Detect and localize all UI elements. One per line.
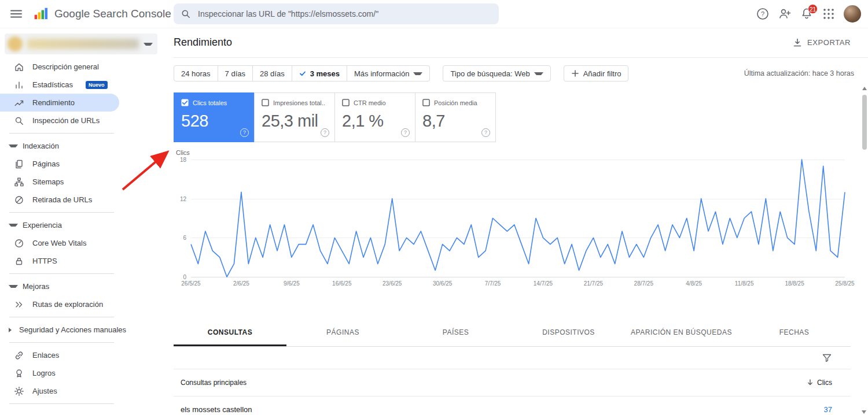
sidebar-section-seguridad[interactable]: Seguridad y Acciones manuales	[0, 321, 119, 339]
sidebar-item-rendimiento[interactable]: Rendimiento	[0, 94, 119, 112]
chevron-down-icon	[9, 224, 18, 227]
range-28d-button[interactable]: 28 días	[252, 65, 292, 81]
sidebar-item-retirada-urls[interactable]: Retirada de URLs	[0, 191, 119, 209]
metric-card-avg-position[interactable]: Posición media 8,7 ?	[415, 92, 496, 142]
sidebar-item-estadisticas[interactable]: Estadísticas Nuevo	[0, 76, 119, 94]
avatar[interactable]	[844, 5, 861, 23]
x-tick-label: 30/6/25	[433, 280, 452, 287]
gridline-baseline	[191, 277, 845, 277]
x-tick-label: 28/7/25	[634, 280, 653, 287]
x-tick-label: 21/7/25	[584, 280, 603, 287]
property-selector[interactable]	[5, 34, 157, 54]
add-user-icon[interactable]	[778, 7, 792, 21]
divider	[9, 273, 114, 274]
help-icon[interactable]: ?	[481, 128, 490, 137]
chevron-down-icon	[413, 72, 422, 75]
scroll-down-arrow[interactable]	[862, 410, 866, 414]
divider	[9, 212, 114, 213]
tab-dispositivos[interactable]: DISPOSITIVOS	[512, 318, 625, 346]
download-icon	[792, 38, 803, 48]
sidebar-section-mejoras[interactable]: Mejoras	[0, 277, 119, 295]
tab-fechas[interactable]: FECHAS	[738, 318, 851, 346]
more-info-button[interactable]: Más información	[347, 65, 430, 81]
range-24h-button[interactable]: 24 horas	[174, 65, 218, 81]
help-icon[interactable]: ?	[240, 128, 249, 137]
notifications-bell-icon[interactable]: 21	[800, 7, 814, 21]
svg-text:?: ?	[761, 10, 764, 17]
table-row[interactable]: els mossets castellon 37	[174, 397, 851, 415]
tab-aparicion-busquedas[interactable]: APARICIÓN EN BÚSQUEDAS	[625, 318, 738, 346]
sidebar-item-ajustes[interactable]: Ajustes	[0, 382, 119, 400]
scrollbar[interactable]	[861, 87, 867, 414]
lock-icon	[14, 256, 24, 266]
help-icon[interactable]: ?	[401, 128, 410, 137]
range-3m-button[interactable]: 3 meses	[292, 65, 347, 81]
sidebar-item-rutas-exploracion[interactable]: Rutas de exploración	[0, 295, 119, 313]
metric-card-total-impressions[interactable]: Impresiones total.. 25,3 mil ?	[254, 92, 335, 142]
x-tick-label: 4/8/25	[686, 280, 702, 287]
sidebar-section-indexacion[interactable]: Indexación	[0, 137, 119, 155]
checkbox-unchecked-icon[interactable]	[342, 99, 350, 106]
x-tick-label: 18/8/25	[785, 280, 804, 287]
sidebar-item-inspeccion-urls[interactable]: Inspección de URLs	[0, 112, 119, 129]
sitemap-icon	[14, 177, 24, 187]
url-inspection-searchbox[interactable]	[174, 3, 499, 24]
tab-paises[interactable]: PAÍSES	[399, 318, 512, 346]
sidebar-item-enlaces[interactable]: Enlaces	[0, 346, 119, 364]
table-tabs: CONSULTAS PÁGINAS PAÍSES DISPOSITIVOS AP…	[174, 318, 851, 347]
metric-card-total-clicks[interactable]: Clics totales 528 ?	[174, 92, 255, 142]
add-filter-button[interactable]: Añadir filtro	[564, 65, 629, 81]
help-icon[interactable]: ?	[756, 7, 770, 21]
column-header-clicks-sorted[interactable]: Clics	[806, 379, 832, 387]
tab-paginas[interactable]: PÁGINAS	[286, 318, 399, 346]
clicks-cell: 37	[824, 405, 832, 414]
tab-consultas[interactable]: CONSULTAS	[174, 318, 286, 346]
magnifier-icon	[14, 116, 24, 126]
link-icon	[14, 350, 24, 361]
search-console-logo-icon[interactable]	[34, 6, 49, 21]
range-7d-button[interactable]: 7 días	[218, 65, 253, 81]
scroll-up-arrow[interactable]	[862, 87, 867, 90]
metric-value: 8,7	[422, 112, 488, 131]
menu-icon[interactable]	[9, 7, 23, 21]
search-type-filter-button[interactable]: Tipo de búsqueda: Web	[443, 65, 550, 81]
clicks-chart: Clics 18 12 6 0 26/5/252/	[174, 149, 845, 290]
filter-funnel-icon[interactable]	[822, 353, 832, 363]
sidebar-item-descripcion-general[interactable]: Descripción general	[0, 58, 119, 76]
export-button[interactable]: EXPORTAR	[789, 37, 854, 49]
insights-icon	[14, 80, 24, 90]
metric-cards: Clics totales 528 ? Impresiones total.. …	[174, 92, 868, 142]
help-icon[interactable]: ?	[321, 128, 329, 137]
sidebar-item-paginas[interactable]: Páginas	[0, 155, 119, 173]
sidebar-item-core-web-vitals[interactable]: Core Web Vitals	[0, 234, 119, 252]
notification-badge: 21	[808, 4, 818, 14]
sidebar-item-logros[interactable]: Logros	[0, 364, 119, 382]
dimensions-table: CONSULTAS PÁGINAS PAÍSES DISPOSITIVOS AP…	[174, 318, 851, 415]
metric-card-avg-ctr[interactable]: CTR medio 2,1 % ?	[334, 92, 415, 142]
chart-plot-area[interactable]	[191, 160, 845, 277]
sort-descending-arrow-icon	[806, 379, 814, 387]
apps-grid-icon[interactable]	[822, 7, 836, 21]
x-tick-label: 16/6/25	[332, 280, 351, 287]
google-search-console-app: Google Search Console ? 21	[0, 0, 868, 415]
chevron-down-icon	[9, 285, 18, 288]
chart-x-axis-labels: 26/5/252/6/259/6/2516/6/2523/6/2530/6/25…	[191, 280, 845, 290]
filter-bar: 24 horas 7 días 28 días 3 meses Más info…	[174, 65, 868, 81]
divider	[9, 133, 114, 134]
sidebar: Descripción general Estadísticas Nuevo R…	[0, 28, 162, 415]
scrollbar-thumb[interactable]	[862, 95, 867, 150]
chevron-right-icon	[9, 328, 14, 332]
checkbox-unchecked-icon[interactable]	[422, 99, 430, 106]
sidebar-item-https[interactable]: HTTPS	[0, 252, 119, 270]
checkbox-checked-icon[interactable]	[181, 99, 189, 106]
checkbox-unchecked-icon[interactable]	[262, 99, 269, 106]
pages-icon	[14, 159, 24, 169]
sidebar-section-experiencia[interactable]: Experiencia	[0, 216, 119, 234]
page-title: Rendimiento	[174, 36, 232, 49]
search-input[interactable]	[197, 9, 492, 19]
clicks-line-series	[191, 160, 845, 277]
topbar-actions: ? 21	[756, 0, 861, 28]
property-avatar-redacted	[8, 36, 23, 51]
sidebar-item-sitemaps[interactable]: Sitemaps	[0, 173, 119, 191]
metric-value: 25,3 mil	[262, 112, 328, 131]
